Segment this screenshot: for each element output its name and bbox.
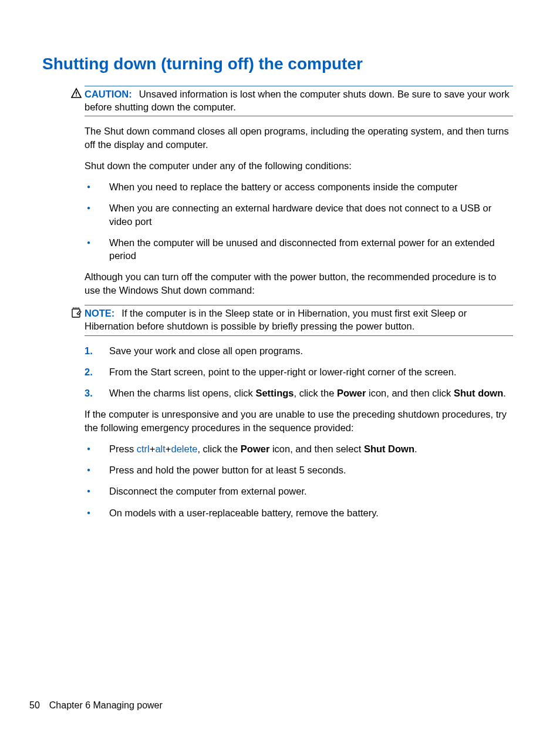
emergency-text: Press [109, 443, 137, 454]
list-item: On models with a user-replaceable batter… [109, 506, 513, 519]
step-text: When the charms list opens, click [109, 388, 255, 398]
note-text: If the computer is in the Sleep state or… [85, 308, 467, 331]
step-item: From the Start screen, point to the uppe… [109, 365, 513, 378]
note-box: NOTE:If the computer is in the Sleep sta… [85, 305, 513, 336]
unresponsive-paragraph: If the computer is unresponsive and you … [85, 408, 513, 434]
emergency-text: . [414, 443, 417, 454]
note-label: NOTE: [85, 308, 114, 318]
bold-power: Power [337, 388, 366, 398]
note-icon [70, 307, 82, 318]
list-item: Disconnect the computer from external po… [109, 485, 513, 498]
page-title: Shutting down (turning off) the computer [42, 53, 513, 75]
list-item: When you need to replace the battery or … [109, 180, 513, 193]
list-item: When the computer will be unused and dis… [109, 236, 513, 263]
recommended-paragraph: Although you can turn off the computer w… [85, 270, 513, 297]
key-ctrl: ctrl [137, 443, 150, 454]
emergency-text: , click the [197, 443, 240, 454]
list-item: Press ctrl+alt+delete, click the Power i… [109, 442, 513, 455]
step-text: icon, and then click [366, 388, 454, 398]
bold-shutdown: Shut Down [364, 443, 414, 454]
step-item: Save your work and close all open progra… [109, 344, 513, 357]
intro-paragraph-1: The Shut down command closes all open pr… [85, 125, 513, 151]
bold-power: Power [241, 443, 270, 454]
plus: + [150, 443, 156, 454]
list-item: When you are connecting an external hard… [109, 201, 513, 228]
svg-rect-0 [76, 92, 77, 95]
intro-paragraph-2: Shut down the computer under any of the … [85, 159, 513, 172]
caution-label: CAUTION: [85, 89, 132, 99]
content: CAUTION:Unsaved information is lost when… [85, 86, 513, 519]
page: Shutting down (turning off) the computer… [0, 0, 560, 746]
list-item: Press and hold the power button for at l… [109, 463, 513, 476]
conditions-list: When you need to replace the battery or … [85, 180, 513, 262]
page-footer: 50Chapter 6 Managing power [29, 699, 163, 712]
key-delete: delete [171, 443, 197, 454]
svg-rect-1 [76, 95, 77, 96]
steps-list: Save your work and close all open progra… [85, 344, 513, 400]
bold-settings: Settings [255, 388, 294, 398]
emergency-list: Press ctrl+alt+delete, click the Power i… [85, 442, 513, 519]
key-alt: alt [155, 443, 165, 454]
caution-box: CAUTION:Unsaved information is lost when… [85, 86, 513, 117]
bold-shutdown: Shut down [454, 388, 503, 398]
caution-icon [70, 88, 82, 99]
step-item: When the charms list opens, click Settin… [109, 387, 513, 399]
chapter-label: Chapter 6 Managing power [49, 700, 163, 710]
emergency-text: icon, and then select [269, 443, 364, 454]
page-number: 50 [29, 700, 40, 710]
caution-text: Unsaved information is lost when the com… [85, 89, 510, 112]
step-text: , click the [294, 388, 337, 398]
step-text: . [503, 388, 506, 398]
